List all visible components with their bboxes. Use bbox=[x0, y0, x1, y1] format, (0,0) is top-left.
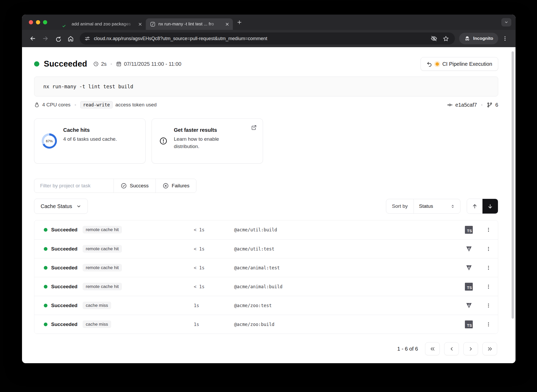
task-table: Succeeded remote cache hit < 1s @acme/ut… bbox=[34, 220, 498, 334]
cache-status-badge: remote cache hit bbox=[83, 264, 122, 271]
url-text: cloud.nx.app/runs/agsvEHsQc8?utm_source=… bbox=[94, 36, 427, 41]
x-circle-icon bbox=[163, 183, 169, 189]
first-page-button[interactable] bbox=[425, 342, 440, 355]
run-date-range: 07/11/2025 11:00 - 11:00 bbox=[124, 61, 181, 67]
sort-descending-button[interactable] bbox=[482, 199, 498, 214]
sort-by-select[interactable]: Status bbox=[414, 199, 460, 213]
calendar-icon bbox=[116, 61, 122, 67]
cache-status-badge: remote cache hit bbox=[83, 283, 122, 290]
maximize-window-button[interactable] bbox=[43, 20, 47, 24]
tab-pull-request[interactable]: add animal and zoo packages bbox=[59, 18, 146, 30]
task-name[interactable]: @acme/zoo:build bbox=[234, 322, 460, 327]
task-row[interactable]: Succeeded cache miss 1s @acme/zoo:build … bbox=[34, 315, 498, 334]
cache-status-badge: cache miss bbox=[83, 302, 111, 309]
close-window-button[interactable] bbox=[29, 20, 33, 24]
row-menu-kebab-icon[interactable] bbox=[486, 246, 493, 252]
tab-search-chevron-button[interactable] bbox=[501, 18, 511, 26]
back-button[interactable] bbox=[27, 33, 38, 44]
row-status-label: Succeeded bbox=[51, 227, 83, 233]
incognito-badge: Incognito bbox=[459, 33, 498, 44]
browser-menu-icon[interactable] bbox=[500, 33, 510, 44]
filter-success-label: Success bbox=[130, 183, 149, 189]
nx-cloud-icon bbox=[150, 21, 155, 27]
task-status-dot bbox=[44, 285, 47, 288]
cache-hits-card: 67% Cache hits 4 of 6 tasks used cache. bbox=[34, 118, 146, 164]
reload-button[interactable] bbox=[52, 33, 63, 44]
last-page-button[interactable] bbox=[482, 342, 497, 355]
task-duration: 1s bbox=[194, 322, 234, 327]
incognito-label: Incognito bbox=[473, 36, 493, 41]
cpu-cores-label: 4 CPU cores bbox=[42, 102, 71, 108]
task-name[interactable]: @acme/zoo:test bbox=[234, 303, 460, 308]
affected-count[interactable]: 6 bbox=[495, 102, 498, 108]
task-name[interactable]: @acme/animal:test bbox=[234, 265, 460, 270]
cache-hits-subtitle: 4 of 6 tasks used cache. bbox=[63, 135, 117, 143]
distribution-title: Get faster results bbox=[174, 127, 234, 133]
pipeline-label: CI Pipeline Execution bbox=[442, 61, 492, 67]
new-tab-button[interactable] bbox=[237, 19, 242, 25]
row-status-label: Succeeded bbox=[51, 284, 83, 290]
desktop: add animal and zoo packages nx run-many … bbox=[0, 0, 537, 392]
minimize-window-button[interactable] bbox=[36, 20, 40, 24]
next-page-button[interactable] bbox=[463, 342, 478, 355]
task-row[interactable]: Succeeded remote cache hit < 1s @acme/ut… bbox=[34, 239, 498, 258]
nx-cloud-run-page: Succeeded 2s 07/11/2025 11:00 - 11:00 bbox=[22, 47, 515, 363]
task-row[interactable]: Succeeded remote cache hit < 1s @acme/an… bbox=[34, 258, 498, 277]
ci-pipeline-execution-button[interactable]: CI Pipeline Execution bbox=[421, 57, 498, 71]
browser-toolbar: cloud.nx.app/runs/agsvEHsQc8?utm_source=… bbox=[22, 30, 515, 47]
task-row[interactable]: Succeeded remote cache hit < 1s @acme/ut… bbox=[34, 220, 498, 239]
password-eye-off-icon[interactable] bbox=[431, 35, 437, 42]
row-menu-kebab-icon[interactable] bbox=[486, 284, 493, 289]
task-name[interactable]: @acme/util:build bbox=[234, 227, 460, 232]
incognito-icon bbox=[464, 35, 470, 42]
row-menu-kebab-icon[interactable] bbox=[486, 322, 493, 327]
distribution-card[interactable]: Get faster results Learn how to enable d… bbox=[152, 118, 263, 164]
run-header: Succeeded 2s 07/11/2025 11:00 - 11:00 bbox=[34, 57, 498, 71]
address-bar[interactable]: cloud.nx.app/runs/agsvEHsQc8?utm_source=… bbox=[80, 32, 455, 45]
task-name[interactable]: @acme/animal:build bbox=[234, 284, 460, 289]
site-settings-icon[interactable] bbox=[84, 36, 90, 41]
status-dot bbox=[34, 61, 39, 67]
cache-status-label: Cache Status bbox=[41, 203, 72, 209]
tab-nx-run[interactable]: nx run-many -t lint test ... fro bbox=[146, 18, 233, 30]
git-commit-icon bbox=[447, 102, 453, 108]
clock-icon bbox=[93, 61, 99, 67]
task-row[interactable]: Succeeded cache miss 1s @acme/zoo:test bbox=[34, 296, 498, 315]
filter-failures-button[interactable]: Failures bbox=[155, 179, 196, 193]
vitest-icon bbox=[465, 302, 472, 309]
task-duration: < 1s bbox=[194, 227, 234, 232]
separator-dot bbox=[75, 104, 76, 106]
row-menu-kebab-icon[interactable] bbox=[486, 227, 493, 232]
check-circle-icon bbox=[121, 183, 127, 189]
home-button[interactable] bbox=[65, 33, 76, 44]
previous-page-button[interactable] bbox=[444, 342, 459, 355]
sort-ascending-button[interactable] bbox=[467, 199, 482, 214]
close-tab-icon[interactable] bbox=[225, 22, 229, 26]
pagination-label: 1 - 6 of 6 bbox=[397, 346, 418, 352]
external-link-icon[interactable] bbox=[251, 124, 257, 130]
task-row[interactable]: Succeeded remote cache hit < 1s @acme/an… bbox=[34, 277, 498, 296]
close-tab-icon[interactable] bbox=[138, 22, 142, 26]
sort-by-group: Sort by Status bbox=[386, 199, 460, 214]
task-status-dot bbox=[44, 228, 47, 232]
task-name[interactable]: @acme/util:test bbox=[234, 246, 460, 252]
cache-status-dropdown[interactable]: Cache Status bbox=[34, 199, 88, 214]
chevron-down-icon bbox=[76, 204, 81, 209]
tab-title: nx run-many -t lint test ... fro bbox=[158, 21, 222, 27]
row-menu-kebab-icon[interactable] bbox=[486, 265, 493, 270]
filter-success-button[interactable]: Success bbox=[114, 179, 155, 193]
pagination: 1 - 6 of 6 bbox=[34, 342, 498, 355]
row-status-label: Succeeded bbox=[51, 322, 83, 327]
forward-button[interactable] bbox=[40, 33, 51, 44]
row-menu-kebab-icon[interactable] bbox=[486, 303, 493, 308]
task-status-dot bbox=[44, 247, 47, 251]
task-status-dot bbox=[44, 304, 47, 307]
bookmark-star-icon[interactable] bbox=[443, 35, 449, 42]
page-scrollbar[interactable] bbox=[512, 51, 514, 319]
filter-input[interactable] bbox=[34, 179, 114, 193]
commit-hash[interactable]: e1a5caf7 bbox=[455, 102, 477, 108]
distribution-subtitle: Learn how to enable distribution. bbox=[174, 135, 234, 150]
access-token-suffix: access token used bbox=[115, 102, 157, 108]
typescript-icon: TS bbox=[465, 320, 473, 328]
task-filter-group: Success Failures bbox=[34, 179, 196, 193]
